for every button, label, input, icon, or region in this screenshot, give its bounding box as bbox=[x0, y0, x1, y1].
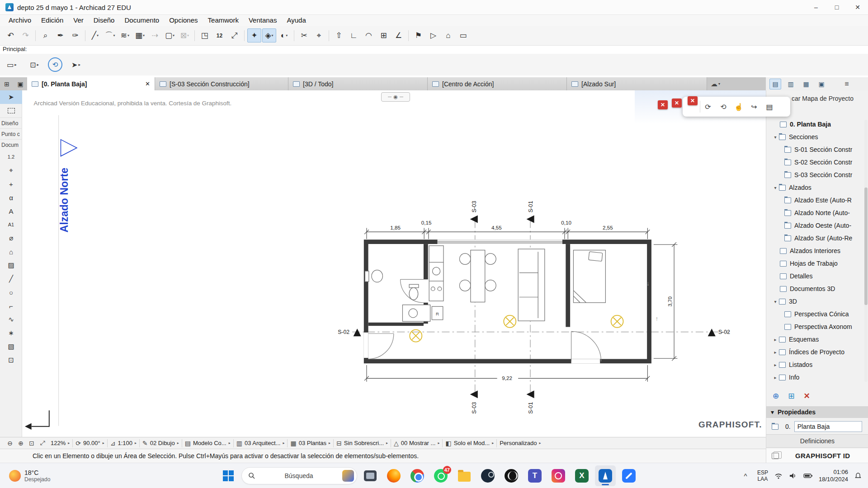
layout-book-button[interactable]: ▭ bbox=[456, 28, 470, 42]
zone-tool[interactable]: ⌀ bbox=[0, 231, 22, 245]
close-button[interactable]: ✕ bbox=[847, 0, 868, 15]
tree-item-alzado-norte[interactable]: Alzado Norte (Auto- bbox=[766, 206, 868, 219]
tree-item-esquemas[interactable]: ▸Esquemas bbox=[766, 333, 868, 346]
bathroom-wall-bottom[interactable] bbox=[368, 323, 424, 326]
scale-control[interactable]: ⊿ 1:100 ▸ bbox=[108, 440, 139, 447]
tab-planta-baja[interactable]: [0. Planta Baja] ✕ bbox=[27, 77, 155, 90]
tree-item-info[interactable]: ▸Info bbox=[766, 371, 868, 384]
tree-item-documentos-3d[interactable]: Documentos 3D bbox=[766, 282, 868, 295]
tree-item-perspectiva-axonometrica[interactable]: Perspectiva Axonom bbox=[766, 320, 868, 333]
graphisoft-id-bar[interactable]: GRAPHISOFT ID bbox=[766, 449, 868, 463]
tree-item-alzado-oeste[interactable]: Alzado Oeste (Auto- bbox=[766, 219, 868, 232]
kitchen-counter[interactable] bbox=[429, 246, 443, 320]
tree-item-alzado-sur[interactable]: Alzado Sur (Auto-Re bbox=[766, 232, 868, 244]
delete-viewpoint-button[interactable]: ✕ bbox=[804, 391, 810, 401]
minimize-button[interactable]: – bbox=[806, 0, 826, 15]
arrow-tool-button[interactable]: ➤▸ bbox=[67, 57, 85, 72]
menu-documento[interactable]: Documento bbox=[119, 15, 164, 26]
marker-button[interactable]: ▷ bbox=[426, 28, 440, 42]
definitions-button[interactable]: Definiciones bbox=[766, 434, 868, 448]
angle-dimension-tool[interactable]: α bbox=[0, 191, 22, 204]
zoom-window-button[interactable]: ⊡ bbox=[26, 440, 37, 447]
tree-item-s02[interactable]: S-02 Sección Constr bbox=[766, 156, 868, 169]
chevron-down-icon[interactable]: ▾ bbox=[772, 135, 779, 140]
volume-button[interactable] bbox=[789, 472, 797, 479]
tab-seccion-s03[interactable]: [S-03 Sección Construcción] bbox=[155, 77, 288, 90]
tree-item-detalles[interactable]: Detalles bbox=[766, 270, 868, 282]
taskbar-app-xbox[interactable] bbox=[501, 465, 522, 486]
text-tool[interactable]: A bbox=[0, 204, 22, 218]
layout-panel-button[interactable]: ▣ bbox=[816, 79, 827, 89]
view-orientation-button[interactable]: ◈▾ bbox=[262, 28, 276, 42]
palette-close-button-2[interactable]: ✕ bbox=[672, 99, 682, 108]
taskbar-app-monitor[interactable] bbox=[360, 465, 381, 486]
angle-button[interactable]: ∠ bbox=[392, 28, 406, 42]
dining-set[interactable] bbox=[459, 250, 496, 302]
panel-menu-button[interactable]: ≡ bbox=[841, 79, 853, 89]
taskbar-app-chrome[interactable] bbox=[407, 465, 428, 486]
undo-button[interactable]: ↶ bbox=[4, 28, 18, 42]
zoom-out-button[interactable]: ⊖ bbox=[5, 440, 15, 447]
hidden-icons-button[interactable]: ^ bbox=[740, 472, 751, 480]
fit-in-window-button[interactable]: ⤢ bbox=[37, 439, 48, 447]
taskbar-app-steam[interactable] bbox=[477, 465, 498, 486]
bathroom-fixtures[interactable] bbox=[365, 270, 430, 322]
spline-tool[interactable]: ∿ bbox=[0, 313, 22, 326]
dimension-tool[interactable]: 1.2 bbox=[0, 150, 22, 164]
transform-button[interactable]: ◳ bbox=[198, 28, 212, 42]
story-name-field[interactable]: Planta Baja bbox=[794, 421, 862, 432]
custom-profile-control[interactable]: Personalizado ▸ bbox=[497, 440, 543, 446]
taskbar-app-whatsapp[interactable]: 47 bbox=[430, 465, 451, 486]
graphic-override-control[interactable]: △ 00 Mostrar ... ▸ bbox=[391, 440, 442, 447]
tree-item-alzados-interiores[interactable]: Alzados Interiores bbox=[766, 244, 868, 257]
maximize-button[interactable]: □ bbox=[826, 0, 847, 15]
elevation-label[interactable]: Alzado Norte bbox=[58, 168, 70, 232]
notifications-button[interactable] bbox=[854, 472, 862, 479]
quick-visibility-button[interactable]: ◉ bbox=[381, 92, 410, 102]
battery-button[interactable] bbox=[803, 473, 812, 479]
menu-opciones[interactable]: Opciones bbox=[164, 15, 203, 26]
weather-widget[interactable]: 18°C Despejado bbox=[5, 463, 54, 488]
dimension-12-button[interactable]: 12 bbox=[212, 28, 226, 42]
zoom-in-button[interactable]: ⊕ bbox=[15, 440, 26, 447]
renovation-filter-control[interactable]: ⊟ Sin Sobrescri... ▸ bbox=[334, 440, 391, 447]
tab-centro-accion[interactable]: [Centro de Acción] bbox=[428, 77, 567, 90]
stretch-button[interactable]: ⤢ bbox=[227, 28, 241, 42]
tab-close-button[interactable]: ✕ bbox=[140, 80, 150, 87]
taskbar-app-file-explorer[interactable] bbox=[454, 465, 475, 486]
line-tool[interactable]: ╱ bbox=[0, 272, 22, 286]
model-filter-control[interactable]: ◧ Solo el Mod... ▸ bbox=[443, 440, 496, 447]
layer-panel-button[interactable]: ▦ bbox=[800, 79, 812, 89]
lock-button[interactable]: ⊠▾ bbox=[178, 28, 192, 42]
grid-snap-button[interactable]: ▦▾ bbox=[133, 28, 147, 42]
chevron-right-icon[interactable]: ▸ bbox=[772, 375, 779, 380]
bed[interactable] bbox=[573, 250, 605, 303]
layer-combination-control[interactable]: ▤ Modelo Co... ▸ bbox=[182, 440, 233, 447]
offset-button[interactable]: ≋▾ bbox=[118, 28, 132, 42]
project-map-panel-button[interactable]: ▤ bbox=[769, 79, 781, 89]
tab-overview-button[interactable]: ⊞ bbox=[0, 77, 14, 90]
drawing-tool[interactable]: ⊡ bbox=[0, 353, 22, 367]
flag-button[interactable]: ⚑ bbox=[411, 28, 425, 42]
chevron-down-icon[interactable]: ▾ bbox=[772, 299, 779, 304]
bedroom-wall[interactable] bbox=[566, 244, 570, 327]
sofa[interactable] bbox=[518, 249, 545, 321]
properties-header[interactable]: ▾ Propiedades bbox=[766, 406, 868, 418]
adjust-button[interactable]: ⌖ bbox=[312, 28, 326, 42]
exterior-walls[interactable] bbox=[364, 239, 651, 363]
toolbox-group-documento[interactable]: Docum bbox=[0, 139, 22, 150]
taskbar-app-excel[interactable]: X bbox=[571, 465, 592, 486]
pan-button[interactable]: ☝ bbox=[731, 100, 746, 113]
wifi-button[interactable] bbox=[774, 472, 783, 479]
arrow-tool[interactable]: ➤ bbox=[0, 90, 22, 104]
tree-item-listados[interactable]: ▸Listados bbox=[766, 358, 868, 371]
orientation-control[interactable]: ⟳ 90.00° ▸ bbox=[73, 440, 107, 447]
menu-teamwork[interactable]: Teamwork bbox=[203, 15, 244, 26]
circle-tool[interactable]: ○ bbox=[0, 286, 22, 299]
rebuild-button[interactable]: ⟳ bbox=[700, 100, 716, 113]
toolbox-group-punto[interactable]: Punto c bbox=[0, 128, 22, 139]
menu-ayuda[interactable]: Ayuda bbox=[282, 15, 311, 26]
polyline-tool[interactable]: ⌐ bbox=[0, 299, 22, 313]
marquee-tool[interactable] bbox=[0, 104, 22, 117]
align-button[interactable]: ⊞ bbox=[377, 28, 391, 42]
